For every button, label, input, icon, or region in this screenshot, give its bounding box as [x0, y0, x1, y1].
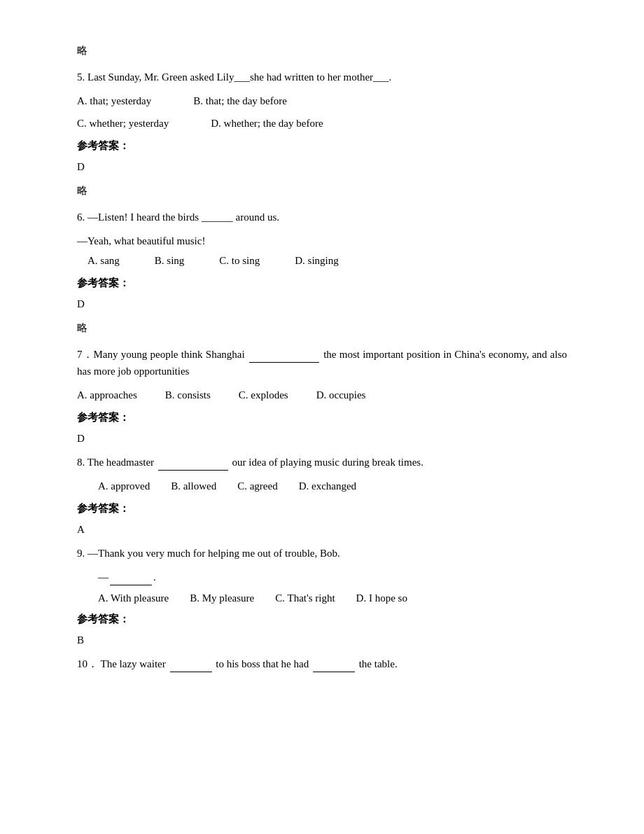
q10-body: The lazy waiter to his boss that he had …	[100, 658, 397, 669]
q9-blank	[110, 585, 152, 585]
q6-option-a: A. sang	[88, 252, 120, 269]
q7-section: 7．Many young people think Shanghai the m…	[77, 346, 567, 447]
q10-blank1	[170, 672, 212, 672]
q5-section: 5. Last Sunday, Mr. Green asked Lily___s…	[77, 69, 567, 175]
q5-option-d: D. whether; the day before	[211, 115, 323, 132]
q5-option-a: A. that; yesterday	[77, 92, 151, 109]
q8-answer: A	[77, 521, 567, 538]
q9-number: 9.	[77, 548, 85, 559]
q6-options-row: A. sang B. sing C. to sing D. singing	[77, 252, 567, 269]
q6-option-c: C. to sing	[219, 252, 260, 269]
q9-body1: —Thank you very much for helping me out …	[88, 548, 340, 559]
q7-text: 7．Many young people think Shanghai the m…	[77, 346, 567, 380]
q6-section: 6. —Listen! I heard the birds ______ aro…	[77, 209, 567, 312]
q8-body: The headmaster our idea of playing music…	[88, 457, 424, 468]
q9-answer: B	[77, 632, 567, 648]
q5-ref-label: 参考答案：	[77, 137, 567, 154]
q9-ref-label: 参考答案：	[77, 611, 567, 627]
q5-option-b: B. that; the day before	[193, 92, 287, 109]
q9-dot: .	[153, 571, 156, 583]
q5-answer: D	[77, 158, 567, 175]
q9-options-row: A. With pleasure B. My pleasure C. That'…	[77, 590, 567, 606]
q7-blank	[249, 362, 319, 363]
q5-options-row2: C. whether; yesterday D. whether; the da…	[77, 115, 567, 132]
q7-ref-label: 参考答案：	[77, 409, 567, 426]
q7-options-row: A. approaches B. consists C. explodes D.…	[77, 387, 567, 403]
q10-section: 10． The lazy waiter to his boss that he …	[77, 655, 567, 672]
q10-number: 10．	[77, 658, 98, 669]
lue-3: 略	[77, 319, 567, 336]
lue-2-section: 略	[77, 182, 567, 199]
q8-option-a: A. approved	[98, 478, 150, 494]
q8-option-b: B. allowed	[171, 478, 216, 494]
q9-dialog1: 9. —Thank you very much for helping me o…	[77, 545, 567, 562]
q8-section: 8. The headmaster our idea of playing mu…	[77, 454, 567, 538]
q9-option-b: B. My pleasure	[190, 590, 254, 606]
q7-option-c: C. explodes	[239, 387, 288, 403]
lue-1-section: 略	[77, 42, 567, 59]
q7-option-b: B. consists	[165, 387, 211, 403]
q7-body: Many young people think Shanghai the mos…	[77, 349, 567, 377]
q7-answer: D	[77, 430, 567, 447]
q5-options-row1: A. that; yesterday B. that; the day befo…	[77, 92, 567, 109]
q5-number: 5.	[77, 71, 85, 83]
q5-body: Last Sunday, Mr. Green asked Lily___she …	[88, 71, 391, 83]
q9-section: 9. —Thank you very much for helping me o…	[77, 545, 567, 648]
q9-option-a: A. With pleasure	[98, 590, 169, 606]
q8-option-d: D. exchanged	[299, 478, 356, 494]
q8-text: 8. The headmaster our idea of playing mu…	[77, 454, 567, 471]
lue-3-section: 略	[77, 319, 567, 336]
q5-text: 5. Last Sunday, Mr. Green asked Lily___s…	[77, 69, 567, 85]
q6-text: 6. —Listen! I heard the birds ______ aro…	[77, 209, 567, 225]
q6-number: 6.	[77, 211, 85, 223]
q6-ref-label: 参考答案：	[77, 274, 567, 291]
q9-option-d: D. I hope so	[356, 590, 407, 606]
q8-option-c: C. agreed	[237, 478, 277, 494]
lue-1: 略	[77, 42, 567, 59]
q5-option-c: C. whether; yesterday	[77, 115, 169, 132]
q7-number: 7．	[77, 349, 94, 360]
q10-text: 10． The lazy waiter to his boss that he …	[77, 655, 567, 672]
q7-option-a: A. approaches	[77, 387, 137, 403]
q10-blank2	[313, 672, 355, 672]
q6-dialog: —Yeah, what beautiful music!	[77, 232, 567, 249]
lue-2: 略	[77, 182, 567, 199]
q8-number: 8.	[77, 457, 85, 468]
q7-option-d: D. occupies	[316, 387, 366, 403]
q6-option-b: B. sing	[155, 252, 185, 269]
q8-blank	[158, 470, 228, 471]
q9-dash: —	[98, 571, 108, 583]
q6-answer: D	[77, 296, 567, 312]
q8-ref-label: 参考答案：	[77, 500, 567, 517]
q6-body: —Listen! I heard the birds ______ around…	[88, 211, 279, 223]
q8-options-row: A. approved B. allowed C. agreed D. exch…	[77, 478, 567, 494]
q6-option-d: D. singing	[295, 252, 339, 269]
q9-option-c: C. That's right	[275, 590, 335, 606]
q9-dialog2: —.	[77, 569, 567, 585]
